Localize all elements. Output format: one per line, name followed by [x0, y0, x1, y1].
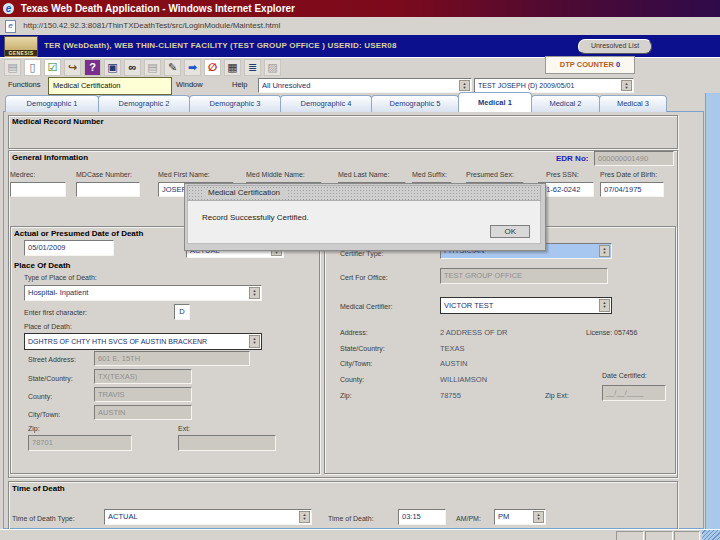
search-icon[interactable]: ∞ — [124, 59, 141, 76]
place-of-death-combo[interactable]: DGHTRS OF CHTY HTH SVCS OF AUSTIN BRACKE… — [24, 333, 262, 350]
med-suffix-label: Med Suffix: — [412, 171, 447, 178]
pres-ssn-field[interactable]: 01-62-0242 — [538, 182, 594, 197]
record-select-value: TEST JOSEPH (D) 2009/05/01 — [478, 82, 574, 89]
tod-ampm-value: PM — [498, 512, 509, 521]
medrec-field[interactable] — [10, 182, 66, 197]
date-certified-label: Date Certified: — [602, 372, 647, 379]
menu-window[interactable]: Window — [176, 80, 203, 89]
tab-demographic-3[interactable]: Demographic 3 — [189, 95, 281, 112]
dialog-body: Record Successfully Certified. OK — [187, 201, 541, 244]
tab-demographic-2[interactable]: Demographic 2 — [98, 95, 190, 112]
tod-type-value: ACTUAL — [108, 512, 138, 521]
help-book-icon[interactable]: ? — [84, 59, 101, 76]
type-of-place-combo[interactable]: Hospital- Inpatient — [24, 285, 262, 301]
unresolved-filter-combo[interactable]: All Unresolved — [258, 78, 472, 93]
unresolved-filter-value: All Unresolved — [262, 81, 310, 90]
certifier-county-label: County: — [340, 376, 364, 383]
page-icon: e — [5, 20, 16, 33]
cert-for-office-field: TEST GROUP OFFICE — [440, 268, 608, 284]
tod-ampm-label: AM/PM: — [456, 515, 481, 522]
general-information-header: General Information — [12, 153, 88, 162]
tod-time-field[interactable]: 03:15 — [398, 509, 446, 525]
window-title: Texas Web Death Application - Windows In… — [21, 3, 295, 14]
certifier-address-value: 2 ADDRESS OF DR — [440, 328, 508, 337]
app-title: TER (WebDeath), WEB THIN-CLIENT FACILITY… — [44, 41, 397, 50]
dtp-counter-label: DTP COUNTER — [560, 60, 614, 69]
pres-ssn-label: Pres SSN: — [546, 171, 579, 178]
pod-zip-label: Zip: — [28, 425, 40, 432]
tab-medical-2[interactable]: Medical 2 — [531, 95, 600, 112]
edr-no-label: EDR No: — [556, 154, 588, 163]
death-date-field[interactable]: 05/01/2009 — [24, 240, 114, 256]
internet-explorer-icon: e — [3, 3, 14, 14]
medical-record-number-header: Medical Record Number — [12, 117, 104, 126]
exit-icon[interactable]: ↪ — [64, 59, 81, 76]
certifier-type-spinner-icon[interactable] — [599, 245, 610, 257]
transfer-record-icon[interactable]: ➡ — [184, 59, 201, 76]
genesis-logo: GENESIS — [4, 36, 38, 58]
dialog-title-bar: Medical Certification — [187, 185, 541, 201]
dtp-counter-value: 0 — [616, 60, 620, 69]
address-bar[interactable]: e http://150.42.92.3:8081/ThinTXDeathTes… — [0, 17, 720, 36]
pod-city-field: AUSTIN — [94, 405, 192, 420]
tod-type-combo[interactable]: ACTUAL — [104, 509, 312, 525]
record-select-combo[interactable]: TEST JOSEPH (D) 2009/05/01 — [474, 78, 634, 93]
date-certified-field: __/__/____ — [602, 385, 666, 401]
cancel-record-icon[interactable]: ∅ — [204, 59, 221, 76]
street-address-label: Street Address: — [28, 356, 76, 363]
address-url[interactable]: http://150.42.92.3:8081/ThinTXDeathTest/… — [23, 21, 280, 30]
place-of-death-value: DGHTRS OF CHTY HTH SVCS OF AUSTIN BRACKE… — [28, 338, 207, 345]
pod-city-label: City/Town: — [28, 411, 60, 418]
record-stack-icon[interactable]: ≣ — [244, 59, 261, 76]
resize-grip[interactable] — [702, 530, 720, 540]
mdcase-number-label: MDCase Number: — [76, 171, 132, 178]
medical-certifier-combo[interactable]: VICTOR TEST — [440, 297, 612, 314]
edr-no-field: 000000001490 — [594, 151, 674, 166]
tod-ampm-combo[interactable]: PM — [494, 509, 546, 525]
menu-help[interactable]: Help — [232, 80, 247, 89]
pod-county-label: County: — [28, 393, 52, 400]
toolbar-icons: ▤ ▯ ☑ ↪ ? ▣ ∞ ▤ ✎ ➡ ∅ ▦ ≣ ▨ — [4, 59, 281, 76]
tod-type-label: Time of Death Type: — [12, 515, 75, 522]
first-character-field[interactable]: D — [174, 304, 190, 320]
cert-for-office-label: Cert For Office: — [340, 274, 388, 281]
first-character-label: Enter first character: — [24, 309, 87, 316]
mdcase-number-field[interactable] — [76, 182, 140, 197]
unresolved-list-button[interactable]: Unresolved List — [578, 39, 652, 54]
medical-record-number-group — [8, 115, 678, 149]
scrollbar[interactable] — [705, 93, 720, 529]
tab-demographic-5[interactable]: Demographic 5 — [371, 95, 459, 112]
status-cell-1 — [616, 531, 644, 540]
tod-type-spinner-icon[interactable] — [299, 511, 310, 523]
tab-medical-1[interactable]: Medical 1 — [458, 92, 532, 112]
window-title-bar: e Texas Web Death Application - Windows … — [0, 0, 720, 17]
print-preview-icon[interactable]: ▨ — [264, 59, 281, 76]
pres-dob-field[interactable]: 07/04/1975 — [600, 182, 664, 197]
dialog-message: Record Successfully Certified. — [202, 213, 309, 222]
medical-certifier-spinner-icon[interactable] — [599, 299, 610, 312]
menu-functions[interactable]: Functions — [8, 80, 41, 89]
type-of-place-spinner-icon[interactable] — [249, 287, 260, 299]
med-middle-name-label: Med Middle Name: — [246, 171, 305, 178]
place-of-death-spinner-icon[interactable] — [249, 335, 260, 348]
tab-demographic-1[interactable]: Demographic 1 — [5, 95, 99, 112]
certify-pen-icon[interactable]: ✎ — [164, 59, 181, 76]
pres-dob-label: Pres Date of Birth: — [600, 171, 657, 178]
filter-spinner-icon[interactable] — [459, 80, 470, 91]
calculator-icon[interactable]: ▦ — [224, 59, 241, 76]
validate-record-icon[interactable]: ☑ — [44, 59, 61, 76]
tab-demographic-4[interactable]: Demographic 4 — [280, 95, 372, 112]
medical-certifier-label: Medical Certifier: — [340, 303, 393, 310]
pod-ext-label: Ext: — [178, 425, 190, 432]
save-icon[interactable]: ▣ — [104, 59, 121, 76]
ok-button[interactable]: OK — [490, 225, 530, 238]
certifier-city-value: AUSTIN — [440, 359, 468, 368]
certifier-zip-value: 78755 — [440, 391, 461, 400]
tab-medical-3[interactable]: Medical 3 — [599, 95, 667, 112]
tod-ampm-spinner-icon[interactable] — [533, 511, 544, 523]
status-bar — [0, 529, 720, 540]
printer-icon[interactable]: ▤ — [4, 59, 21, 76]
new-record-icon[interactable]: ▯ — [24, 59, 41, 76]
record-spinner-icon[interactable] — [621, 80, 632, 91]
memo-icon[interactable]: ▤ — [144, 59, 161, 76]
